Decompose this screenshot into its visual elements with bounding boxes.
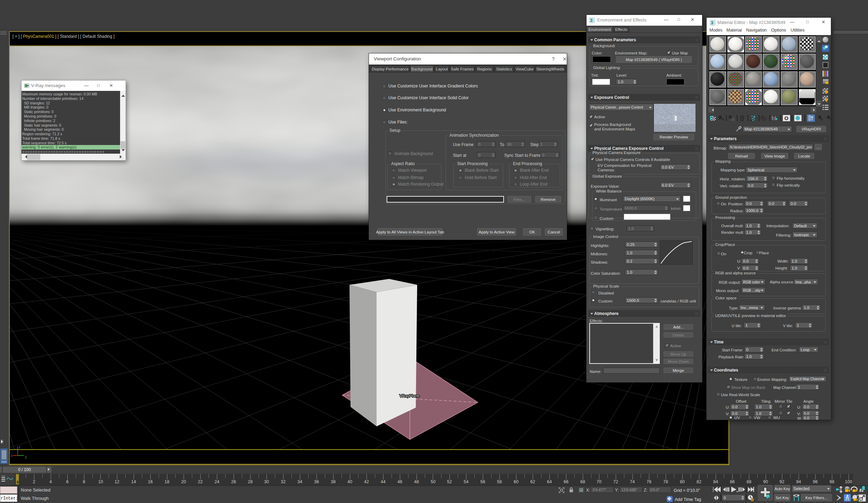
svg-text:z: z bbox=[19, 445, 20, 449]
svg-text:VRayPlane: VRayPlane bbox=[399, 394, 420, 398]
svg-text:x: x bbox=[11, 453, 13, 458]
svg-text:y: y bbox=[25, 455, 27, 459]
